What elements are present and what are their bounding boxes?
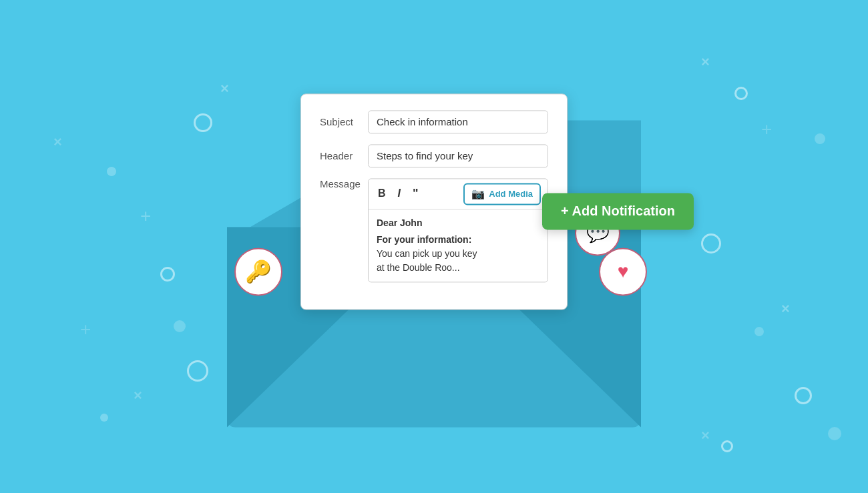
header-input[interactable] bbox=[368, 144, 548, 167]
quote-button[interactable]: " bbox=[410, 185, 421, 202]
header-label: Header bbox=[320, 150, 368, 161]
decor-dot-2 bbox=[174, 320, 186, 332]
message-content: Dear John For your information: You can … bbox=[369, 209, 548, 282]
decor-dot-6 bbox=[828, 427, 841, 440]
message-line2: You can pick up you key bbox=[377, 247, 539, 261]
subject-input[interactable] bbox=[368, 110, 548, 133]
message-box: B I " 📷 Add Media Dear John For your inf… bbox=[368, 178, 548, 282]
key-circle: 🔑 bbox=[234, 248, 282, 296]
decor-x-5: × bbox=[781, 300, 790, 318]
decor-dot-1 bbox=[107, 167, 116, 176]
camera-icon: 📷 bbox=[471, 187, 485, 200]
letter-card: Subject Header Message B I " 📷 Add Media bbox=[300, 93, 568, 310]
decor-circle-5 bbox=[701, 233, 721, 254]
key-icon: 🔑 bbox=[245, 259, 272, 284]
italic-button[interactable]: I bbox=[395, 186, 403, 201]
add-notification-button[interactable]: + Add Notification bbox=[542, 193, 694, 229]
decor-plus-3: + bbox=[761, 120, 772, 139]
decor-circle-4 bbox=[734, 87, 748, 100]
heart-icon: ♥ bbox=[618, 261, 629, 282]
message-row: Message B I " 📷 Add Media Dear John For … bbox=[320, 178, 548, 282]
decor-dot-4 bbox=[815, 133, 825, 144]
subject-label: Subject bbox=[320, 116, 368, 127]
decor-plus-2: + bbox=[80, 320, 91, 339]
decor-dot-5 bbox=[754, 327, 764, 336]
decor-circle-1 bbox=[194, 113, 212, 132]
decor-circle-3 bbox=[187, 360, 208, 382]
add-media-button[interactable]: 📷 Add Media bbox=[463, 183, 541, 205]
decor-circle-6 bbox=[795, 387, 812, 404]
message-label: Message bbox=[320, 178, 368, 189]
decor-plus-1: + bbox=[140, 207, 151, 225]
heart-circle: ♥ bbox=[599, 248, 647, 296]
message-toolbar: B I " 📷 Add Media bbox=[369, 179, 548, 209]
subject-row: Subject bbox=[320, 110, 548, 133]
message-greeting: Dear John bbox=[377, 216, 539, 230]
decor-x-3: × bbox=[134, 387, 142, 404]
decor-x-2: × bbox=[53, 133, 62, 151]
decor-circle-2 bbox=[160, 267, 175, 282]
bold-button[interactable]: B bbox=[375, 186, 389, 201]
add-media-label: Add Media bbox=[489, 189, 533, 199]
decor-circle-7 bbox=[721, 440, 733, 452]
header-row: Header bbox=[320, 144, 548, 167]
scene: Subject Header Message B I " 📷 Add Media bbox=[227, 80, 641, 427]
decor-dot-3 bbox=[100, 414, 108, 422]
decor-x-6: × bbox=[701, 427, 710, 444]
message-line3: at the Double Roo... bbox=[377, 261, 539, 275]
message-line1: For your information: bbox=[377, 233, 539, 247]
decor-x-4: × bbox=[701, 53, 710, 71]
